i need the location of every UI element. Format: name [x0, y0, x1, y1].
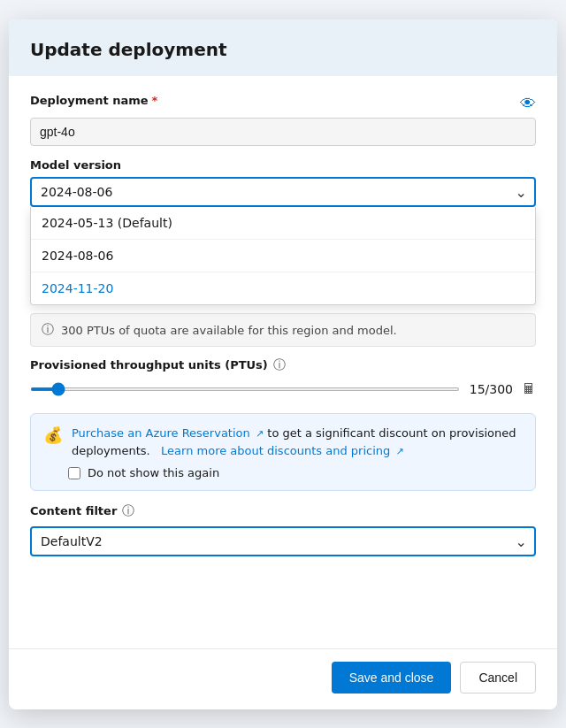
ptu-slider[interactable] — [30, 387, 460, 391]
purchase-reservation-link[interactable]: Purchase an Azure Reservation ↗ — [72, 426, 267, 440]
deployment-name-input[interactable] — [30, 118, 536, 146]
promo-top: 💰 Purchase an Azure Reservation ↗ to get… — [43, 425, 523, 459]
content-filter-label: Content filter — [30, 504, 117, 517]
discount-icon: 💰 — [43, 425, 63, 444]
model-version-select[interactable]: 2024-08-06 — [30, 177, 536, 207]
deployment-name-field-row: Deployment name * 👁 — [30, 94, 536, 112]
ptu-label: Provisioned throughput units (PTUs) — [30, 358, 268, 372]
do-not-show-label: Do not show this again — [88, 466, 219, 479]
model-version-select-wrapper: 2024-08-06 ⌄ 2024-05-13 (Default) 2024-0… — [30, 177, 536, 207]
deployment-name-label: Deployment name * — [30, 94, 157, 107]
save-and-close-button[interactable]: Save and close — [332, 662, 452, 694]
ptu-section: Provisioned throughput units (PTUs) ⓘ 15… — [30, 357, 536, 401]
dialog-header: Update deployment — [9, 19, 557, 76]
ptu-info-icon[interactable]: ⓘ — [273, 357, 286, 373]
external-link-icon-2: ↗ — [256, 428, 264, 440]
info-icon: ⓘ — [42, 322, 54, 338]
dropdown-item-2[interactable]: 2024-08-06 — [31, 240, 535, 272]
ptu-header: Provisioned throughput units (PTUs) ⓘ — [30, 357, 536, 373]
content-filter-section: Content filter ⓘ DefaultV2 ⌄ — [30, 503, 536, 556]
dialog-body: Deployment name * 👁 Model version 2024-0… — [9, 76, 557, 648]
content-filter-select[interactable]: DefaultV2 — [30, 526, 536, 556]
learn-more-link[interactable]: Learn more about discounts and pricing ↗ — [161, 444, 404, 457]
dialog-title: Update deployment — [30, 39, 536, 60]
promo-box: 💰 Purchase an Azure Reservation ↗ to get… — [30, 413, 536, 491]
required-star: * — [152, 94, 158, 107]
content-filter-header: Content filter ⓘ — [30, 503, 536, 519]
ptu-slider-row: 15/300 🖩 — [30, 380, 536, 397]
content-filter-info-icon[interactable]: ⓘ — [122, 503, 134, 519]
calculator-icon[interactable]: 🖩 — [522, 380, 536, 397]
model-version-label: Model version — [30, 158, 536, 172]
quota-info-text: 300 PTUs of quota are available for this… — [61, 324, 397, 337]
dropdown-item-3[interactable]: 2024-11-20 — [31, 272, 535, 304]
cancel-button[interactable]: Cancel — [460, 662, 536, 694]
quota-info-box: ⓘ 300 PTUs of quota are available for th… — [30, 313, 536, 347]
do-not-show-row: Do not show this again — [68, 466, 523, 479]
content-filter-select-wrapper: DefaultV2 ⌄ — [30, 526, 536, 556]
do-not-show-checkbox[interactable] — [68, 467, 80, 479]
promo-text: Purchase an Azure Reservation ↗ to get a… — [72, 425, 523, 459]
dropdown-item-1[interactable]: 2024-05-13 (Default) — [31, 207, 535, 240]
external-link-icon-3: ↗ — [395, 446, 403, 457]
eye-icon[interactable]: 👁 — [520, 94, 536, 112]
update-deployment-dialog: Update deployment Deployment name * 👁 Mo… — [9, 19, 557, 709]
ptu-value: 15/300 — [469, 382, 513, 396]
model-version-dropdown: 2024-05-13 (Default) 2024-08-06 2024-11-… — [30, 207, 536, 305]
dialog-footer: Save and close Cancel — [9, 648, 557, 709]
model-version-section: Model version 2024-08-06 ⌄ 2024-05-13 (D… — [30, 158, 536, 207]
